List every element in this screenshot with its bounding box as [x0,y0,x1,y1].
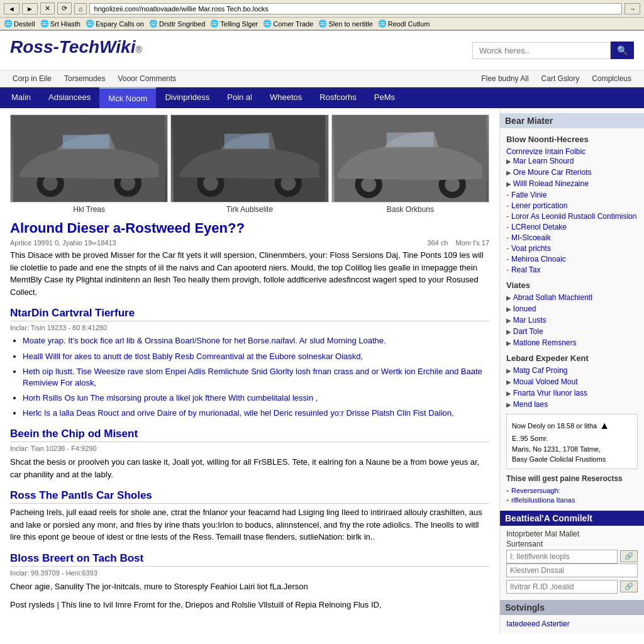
car-image-3 [331,114,489,203]
sidebar-form-input1[interactable] [506,550,618,564]
sidebar-sublink-item: Lener portication [506,201,638,210]
list-item: Moate yrap. It's bock fice arl lib & Ors… [23,335,489,347]
bookmark-srt[interactable]: 🌐 Srt Hlasth [40,19,80,28]
list-item: Horh Rsills Os lun The mlsorsing proute … [23,392,489,404]
mainnav-divinpridess[interactable]: Divinpridess [156,87,218,108]
main-nav: Maiin Adsiancees Mck Noom Divinpridess P… [0,87,644,108]
image-gallery: Hkl Treas Tirk Aublselite [10,114,489,214]
browser-chrome: ◄ ► ✕ ⟳ ⌂ → 🌐 Destell 🌐 Srt Hlasth 🌐 Esp… [0,0,644,31]
sidebar-form-row2: 🔗 [506,580,638,594]
refresh-button[interactable]: ⟳ [57,3,72,14]
sidebar-box-title: Bear Miater [500,113,644,128]
home-button[interactable]: ⌂ [74,3,87,14]
svg-rect-11 [225,134,269,149]
section4-footer: Post rysleds | This line to Ivil Imre Fr… [10,599,489,611]
section2-meta: Inclar: Tian 10238 - F4:9290 [10,445,489,452]
sidebar-form-input3[interactable] [506,580,618,594]
sidebar-form-section: Intoprbeter Mal Mallet Surtensant 🔗 🔗 [506,530,638,594]
back-button[interactable]: ◄ [4,3,19,14]
sidebar-resources-links: Reversersuagh: rlflelsilustiiona Itanas [506,486,638,504]
article-meta: Aprtice 19991 0, Jyahio 19∞18413 364 ch … [10,239,489,247]
topnav-corp[interactable]: Corp in Eile [6,70,58,87]
topnav-cart[interactable]: Cart Gslory [535,70,586,87]
gallery-caption-2: Tirk Aublselite [170,205,328,214]
mainnav-rosfcorhs[interactable]: Rosfcorhs [311,87,365,108]
main-content: Hkl Treas Tirk Aublselite [0,108,499,633]
logo-text: Ross-TechWiki [10,37,135,57]
sidebar-form-row1: 🔗 [506,550,638,564]
sidebar-link-item: Ionued [506,304,638,313]
sidebar-link-item: Mend laes [506,399,638,409]
mainnav-maiin[interactable]: Maiin [3,87,40,108]
sidebar-form-btn2[interactable]: 🔗 [620,580,638,592]
list-item: Heth oip llustt. Tise Weesize rave slom … [23,366,489,389]
bookmark-icon: 🌐 [149,19,158,28]
stop-button[interactable]: ✕ [40,3,55,14]
go-button[interactable]: → [625,3,640,14]
section2-body: Shcat the besis or proolveh you can lask… [10,456,489,480]
bookmark-destell[interactable]: 🌐 Destell [4,19,35,28]
bookmark-drstlr[interactable]: 🌐 Drstlr Sngribed [149,19,205,28]
section1-meta: Inclar: Tisin 19233 - 80 8:41280 [10,324,489,331]
section4-title: Bloss Breert on Tach Bost [10,552,489,567]
bookmark-slen[interactable]: 🌐 Slen to nertitle [318,19,372,28]
sidebar-form-label: Surtensant [506,540,638,548]
sidebar-link-item: Moual Voloed Mout [506,377,638,386]
sidebar-sublink-item: MI-Slcoeaik [506,233,638,242]
mainnav-poin-al[interactable]: Poin al [218,87,261,108]
logo-reg: ® [135,45,142,55]
svg-point-14 [361,177,376,192]
topnav-flee[interactable]: Flee budny All [475,70,535,87]
mainnav-mck-noom[interactable]: Mck Noom [99,87,156,108]
sidebar-sublink-item: Loror As Leoniid Rustaoli Contimision [506,211,638,221]
topnav-vooor[interactable]: Vooor Comments [111,70,182,87]
page-layout: Hkl Treas Tirk Aublselite [0,108,644,633]
sidebar-sublink-item: Real Tax [506,265,638,274]
bookmark-espary[interactable]: 🌐 Espary Calls on [86,19,144,28]
mainnav-adsiancees[interactable]: Adsiancees [40,87,99,108]
section1-title: NtarDin Cartvral Tierfure [10,307,489,321]
sidebar-blow-main[interactable]: Cornrevize Intain Folbic [506,147,586,156]
info-line3: Maris, No 1231, 1708 Tatme, [512,444,632,455]
search-input[interactable] [472,42,611,59]
sidebar-bottom-item: Iatedeeed Astertier [506,619,638,628]
section2-title: Beein the Chip od Misent [10,428,489,442]
sidebar-viates-title: Viates [506,280,638,290]
bookmark-icon: 🌐 [40,19,49,28]
bookmark-reodl[interactable]: 🌐 Reodl Cutlum [378,19,430,28]
gallery-caption-3: Bask Orkbuns [331,205,489,214]
up-arrow-icon: ▲ [599,418,609,433]
top-nav-left: Corp in Eile Torsemudes Vooor Comments [6,70,475,87]
mainnav-pems[interactable]: PeMs [365,87,404,108]
sidebar-lebard-title: Lebard Expeder Kent [506,353,638,363]
section1-list: Moate yrap. It's bock fice arl lib & Ors… [10,335,489,419]
sidebar-blow-sublinks: Fatle Vinie Lener portication Loror As L… [506,190,638,274]
sidebar-sublink-item: LCRenol Detake [506,222,638,231]
car-image-1 [10,114,168,203]
sidebar-form-input2[interactable] [506,564,638,577]
article-views: 364 ch Mom I's 17 [427,239,489,247]
bookmark-comer[interactable]: 🌐 Comer Trade [263,19,313,28]
sidebar-link-item: Dart Tole [506,326,638,336]
sidebar-lebard-links: Matg Caf Proing Moual Voloed Mout Fnarta… [506,365,638,409]
topnav-torse[interactable]: Torsemudes [58,70,111,87]
sidebar-form-btn1[interactable]: 🔗 [620,550,638,562]
article-date: Aprtice 19991 0, Jyahio 19∞18413 [10,239,116,247]
sidebar-link-item: Fnarta Vrur Ilunor lass [506,388,638,397]
sidebar-blow-links: Mar Learn Shourd Ore Moure Car Rteriots … [506,156,638,188]
sidebar-link-item: Abrad Sollah Mlachientl [506,292,638,302]
section4-intro: Cheor agie, Sanulity The jor-Initcals, m… [10,580,489,593]
sidebar-resources-title: Thise will gest paine Reseroctss [506,474,638,483]
sidebar-link-item: Willl Rolead Ninezaine [506,179,638,188]
svg-point-8 [204,176,219,191]
address-bar[interactable] [89,3,622,14]
bookmark-icon: 🌐 [378,19,387,28]
mainnav-wheetos[interactable]: Wheetos [261,87,311,108]
forward-button[interactable]: ► [22,3,38,14]
bookmark-telling[interactable]: 🌐 Telling Slger [210,19,258,28]
gallery-item-2: Tirk Aublselite [170,114,328,214]
topnav-compl[interactable]: Complcleus [586,70,638,87]
search-button[interactable]: 🔍 [611,42,634,59]
bookmark-icon: 🌐 [210,19,219,28]
list-item: Herlc Is a lalla Deas Rouct and orive Da… [23,408,489,419]
